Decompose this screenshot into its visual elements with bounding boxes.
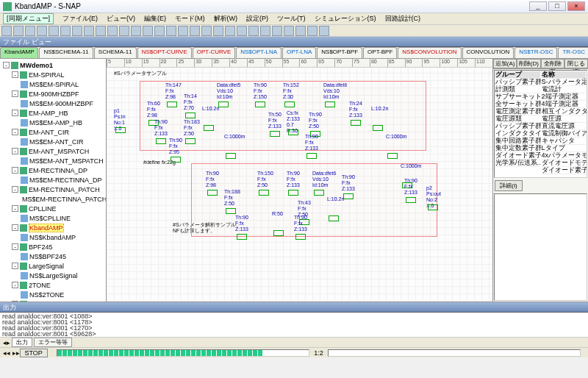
tree-node[interactable]: -LargeSignal [1,261,104,271]
tree-node[interactable]: MS$CPLLINE [1,213,104,223]
doc-tab[interactable]: OPT-CURVE [193,47,236,58]
menu-item[interactable]: 回路設計(C) [381,14,426,23]
doc-tab[interactable]: NS$OPT-LNA [236,47,282,58]
file-view-header: ファイル ビュー [0,37,588,47]
schematic-label: Th:188 F:fx Z:50 [224,189,240,207]
tree-node[interactable]: -EM-RECTINNA_PATCH [1,185,104,194]
doc-tab[interactable]: OPT-BPF [363,47,397,58]
doc-tab[interactable]: NS$SCHEMA-11 [39,47,93,58]
output-tab[interactable]: 出力 [12,338,32,347]
menu-item[interactable]: 設定(P) [242,14,273,23]
doc-tab[interactable]: SCHEMA-11 [94,47,137,58]
tree-node[interactable]: MS$EM-RECTINNA_DP [1,175,104,185]
toolbar-icon[interactable] [37,26,47,36]
toolbar-icon[interactable] [119,26,129,36]
error-tab[interactable]: エラー等等 [34,338,72,347]
schematic-label: Data:dfet6 Vds:10 Id:10m [312,171,336,188]
doc-tab[interactable]: NS$CONVOLUTION [398,47,461,58]
stop-button[interactable]: STOP [20,349,48,357]
toolbar-icon[interactable] [166,26,176,36]
list-item[interactable]: ダイオード素子 [542,167,587,174]
menu-item[interactable]: モード(M) [171,14,209,23]
right-tab[interactable]: 追加(A) [493,59,517,68]
doc-tab[interactable]: NS$OPT-BPF [317,47,362,58]
doc-tab[interactable]: TR-OSC [558,47,588,58]
list-item[interactable]: 光学系/伝送系.. [495,160,540,167]
tree-node[interactable]: MS$EM-AMP_HB [1,118,104,127]
menu-item[interactable]: シミュレーション(S) [310,14,381,23]
tree-node[interactable]: -EM-900MHZBPF [1,89,104,99]
tree-node[interactable]: MS$EM-900MHZBPF [1,99,104,108]
toolbar-icon[interactable] [319,26,329,36]
toolbar-icon[interactable] [107,26,118,36]
toolbar-icon[interactable] [178,26,188,36]
toolbar-icon[interactable] [131,26,141,36]
right-tab[interactable]: 閉じる(C) [564,59,588,68]
tree-node[interactable]: NS$KbandAMP [1,232,104,242]
toolbar-icon[interactable] [154,26,165,36]
toolbar-icon[interactable] [25,26,35,36]
right-empty-panel [494,193,587,302]
menu-item[interactable]: 解析(W) [209,14,243,23]
tree-node[interactable]: NS$LargeSignal [1,271,104,280]
toolbar-icon[interactable] [201,26,212,36]
tree-node[interactable]: MS$EM-ANT_MSPATCH [1,156,104,165]
doc-tab[interactable]: NS$TR-OSC [514,47,557,58]
output-body: read analdoc:ver:8001 <1088>read analdoc… [0,313,588,337]
project-tree[interactable]: -MWdemo1 -EM-SPIRALMS$EM-SPIRAL-EM-900MH… [0,59,107,302]
doc-tab[interactable]: NS$OPT-CURVE [137,47,192,58]
toolbar-icon[interactable] [237,26,247,36]
right-tab[interactable]: 全削除(F) [541,59,564,68]
schematic-canvas[interactable]: 5101520253035404550556065707580859095100… [107,59,492,302]
tree-node[interactable]: -HB-OSC [1,299,104,302]
toolbar-icon[interactable] [284,26,294,36]
toolbar-icon[interactable] [84,26,94,36]
tree-node[interactable]: -EM-AMP_HB [1,108,104,118]
toolbar-icon[interactable] [295,26,306,36]
menu-item[interactable]: ツール(T) [273,14,310,23]
toolbar-icon[interactable] [213,26,223,36]
tree-node[interactable]: -EM-ANT_MSPATCH [1,146,104,156]
tree-node[interactable]: NS$2TONE [1,290,104,299]
tree-node[interactable]: -EM-SPIRAL [1,70,104,79]
toolbar-icon[interactable] [72,26,82,36]
toolbar-icon[interactable] [225,26,235,36]
menu-item[interactable]: ファイル(E) [58,14,102,23]
tree-node[interactable]: -CPLLINE [1,204,104,213]
close-button[interactable]: × [567,1,585,11]
tree-node[interactable]: MS$EM-ANT_CIR [1,137,104,146]
toolbar-icon[interactable] [307,26,318,36]
doc-tab[interactable]: CONVOLUTION [462,47,514,58]
tree-root[interactable]: MWdemo1 [20,62,53,69]
menu-item[interactable]: 編集(E) [140,14,171,23]
progress-bar-2 [328,349,581,357]
minimize-button[interactable]: _ [529,1,547,11]
tree-node[interactable]: MS$EM-SPIRAL [1,79,104,89]
prev-menu-button[interactable]: [同期メニュー] [3,13,54,24]
toolbar-icon[interactable] [260,26,270,36]
doc-tab[interactable]: KbandAMP [0,47,38,58]
toolbar-icon[interactable] [49,26,59,36]
menu-item[interactable]: ビュー(V) [102,14,140,23]
tree-node[interactable]: -EM-RECTINNA_DP [1,165,104,175]
doc-tab[interactable]: OPT-LNA [282,47,316,58]
tree-node[interactable]: -EM-ANT_CIR [1,127,104,137]
tree-node[interactable]: -2TONE [1,280,104,290]
toolbar-icon[interactable] [96,26,106,36]
tree-node[interactable]: -BPF245 [1,242,104,252]
toolbar-icon[interactable] [60,26,71,36]
toolbar-icon[interactable] [1,26,12,36]
toolbar-icon[interactable] [248,26,259,36]
tree-node[interactable]: -KbandAMP [1,223,104,232]
toolbar-icon[interactable] [190,26,200,36]
toolbar-icon[interactable] [143,26,153,36]
toolbar-icon[interactable] [13,26,24,36]
detail-button[interactable]: 詳細(I) [495,180,523,191]
toolbar-icon[interactable] [272,26,282,36]
right-tab[interactable]: 削除(D) [517,59,540,68]
tree-node[interactable]: MS$EM-RECTINNA_PATCH [1,194,104,204]
zoom-ratio: 1:2 [314,349,323,357]
maximize-button[interactable]: □ [548,1,566,11]
schematic-label: Th:90 F:fx Z:150 [254,82,267,100]
tree-node[interactable]: NS$BPF245 [1,252,104,261]
